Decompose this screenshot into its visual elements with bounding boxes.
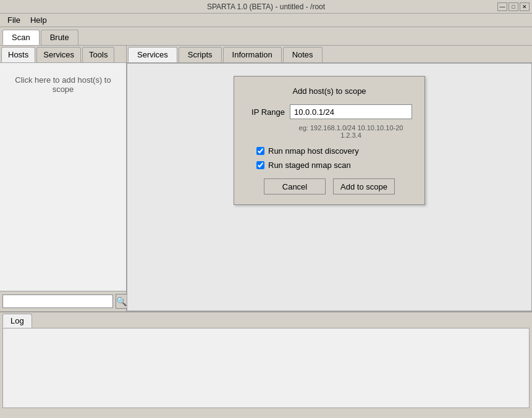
main-content: Hosts Services Tools Click here to add h…: [0, 46, 532, 311]
search-button[interactable]: 🔍: [116, 294, 127, 309]
bottom-panel: Log: [0, 311, 532, 408]
left-tabs: Hosts Services Tools: [0, 46, 126, 63]
tab-brute[interactable]: Brute: [41, 30, 78, 45]
log-body: [2, 328, 530, 408]
left-panel: Hosts Services Tools Click here to add h…: [0, 46, 127, 311]
left-panel-footer: 🔍 ⚙: [0, 291, 126, 311]
ip-range-label: IP Range: [247, 107, 290, 117]
staged-scan-label: Run staged nmap scan: [268, 161, 351, 170]
close-button[interactable]: ✕: [520, 2, 530, 11]
cancel-button[interactable]: Cancel: [264, 178, 326, 194]
left-tab-hosts[interactable]: Hosts: [1, 47, 35, 62]
bottom-tab-log[interactable]: Log: [2, 314, 32, 328]
menu-file[interactable]: File: [2, 14, 25, 26]
tab-scan[interactable]: Scan: [2, 30, 40, 45]
right-tab-scripts[interactable]: Scripts: [179, 47, 222, 62]
minimize-button[interactable]: —: [497, 2, 507, 11]
ip-range-row: IP Range: [247, 104, 412, 119]
add-to-scope-button[interactable]: Add to scope: [333, 178, 395, 194]
left-panel-hint: Click here to add host(s) to scope: [7, 75, 119, 94]
dialog-buttons: Cancel Add to scope: [247, 178, 412, 194]
menu-bar: File Help: [0, 14, 532, 27]
add-hosts-dialog: Add host(s) to scope IP Range eg: 192.16…: [234, 76, 425, 205]
title-bar-buttons: — □ ✕: [497, 2, 530, 11]
right-tab-services[interactable]: Services: [128, 47, 177, 62]
left-search-input[interactable]: [2, 295, 113, 308]
toolbar-tabs: Scan Brute: [0, 27, 532, 46]
right-panel-body: Add host(s) to scope IP Range eg: 192.16…: [127, 63, 532, 311]
maximize-button[interactable]: □: [509, 2, 518, 11]
nmap-discovery-label: Run nmap host discovery: [268, 146, 359, 156]
left-tab-services[interactable]: Services: [36, 47, 81, 62]
bottom-tabs: Log: [0, 312, 532, 328]
left-tab-tools[interactable]: Tools: [82, 47, 114, 62]
right-tabs: Services Scripts Information Notes: [127, 46, 532, 63]
title-bar: SPARTA 1.0 (BETA) - untitled - /root — □…: [0, 0, 532, 14]
dialog-title: Add host(s) to scope: [247, 86, 412, 96]
right-tab-information[interactable]: Information: [223, 47, 282, 62]
staged-scan-checkbox[interactable]: [256, 161, 264, 169]
right-tab-notes[interactable]: Notes: [283, 47, 323, 62]
menu-help[interactable]: Help: [25, 14, 52, 26]
nmap-discovery-checkbox[interactable]: [256, 147, 264, 155]
title-bar-text: SPARTA 1.0 (BETA) - untitled - /root: [207, 2, 325, 11]
ip-range-input[interactable]: [290, 104, 412, 119]
left-panel-body[interactable]: Click here to add host(s) to scope: [0, 63, 126, 291]
checkbox-staged-scan-row: Run staged nmap scan: [256, 161, 412, 170]
right-panel: Services Scripts Information Notes Add h…: [127, 46, 532, 311]
search-icon: 🔍: [116, 296, 127, 306]
checkbox-nmap-discovery-row: Run nmap host discovery: [256, 146, 412, 156]
ip-range-hint: eg: 192.168.1.0/24 10.10.10.10-20 1.2.3.…: [290, 124, 412, 139]
